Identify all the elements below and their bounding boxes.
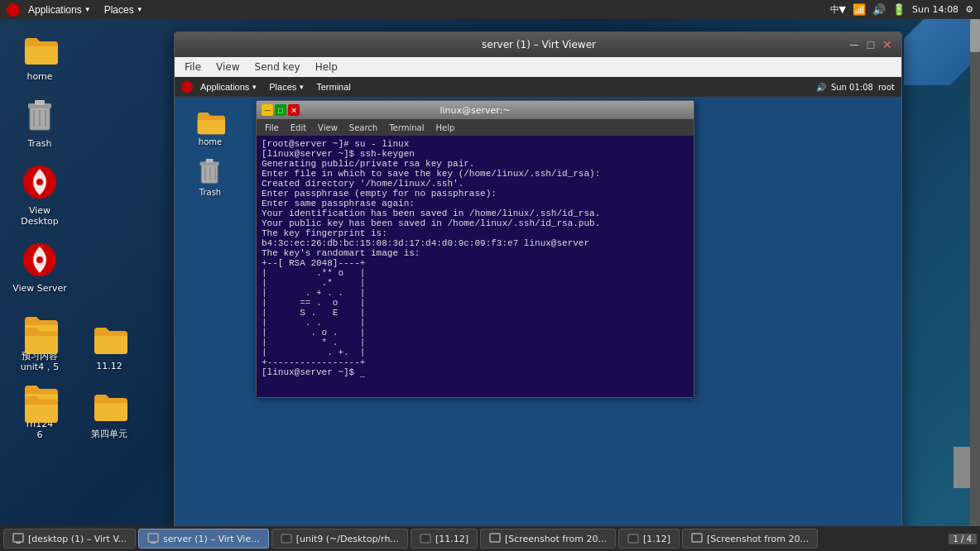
vm-top-left: Applications ▼ Places ▼ Terminal bbox=[181, 81, 355, 93]
desktop-icon-view-server[interactable]: View Server bbox=[7, 237, 73, 297]
vm-terminal-label: Terminal bbox=[316, 82, 351, 92]
vm-home-label: home bbox=[199, 137, 222, 146]
places-label: Places bbox=[104, 4, 134, 16]
home-folder-icon bbox=[20, 28, 60, 68]
terminal-minimize-button[interactable]: ─ bbox=[262, 104, 273, 116]
taskbar-desktop1[interactable]: [desktop (1) – Virt V... bbox=[3, 529, 136, 549]
terminal-menu-help[interactable]: Help bbox=[430, 122, 459, 133]
clock: Sun 14:08 bbox=[912, 4, 958, 15]
taskbar-unit9[interactable]: [unit9 (~/Desktop/rh... bbox=[271, 529, 408, 549]
trash-label: Trash bbox=[27, 138, 51, 149]
battery-icon: 🔋 bbox=[892, 3, 906, 16]
scroll-thumb[interactable] bbox=[970, 19, 980, 52]
taskbar-screenshot2-icon bbox=[691, 533, 703, 544]
applications-label: Applications bbox=[28, 4, 82, 16]
terminal-menu-bar: File Edit View Search Terminal Help bbox=[257, 119, 694, 136]
applications-menu[interactable]: Applications ▼ bbox=[23, 2, 96, 17]
terminal-close-button[interactable]: ✕ bbox=[288, 104, 300, 116]
vm-places-label: Places bbox=[269, 82, 296, 92]
virt-maximize-button[interactable]: □ bbox=[863, 37, 878, 52]
fourth-unit-folder-icon bbox=[89, 385, 129, 424]
right-edge bbox=[954, 447, 970, 488]
terminal-menu-search[interactable]: Search bbox=[344, 122, 382, 133]
unit4-5-folder-icon bbox=[20, 318, 60, 357]
virt-menu-help[interactable]: Help bbox=[309, 60, 344, 74]
applications-chevron-icon: ▼ bbox=[84, 6, 91, 13]
taskbar-11-12-label: [11.12] bbox=[435, 534, 468, 544]
svg-rect-24 bbox=[692, 534, 702, 542]
desktop: Applications ▼ Places ▼ 中▼ 📶 🔊 🔋 Sun 14:… bbox=[0, 0, 980, 551]
svg-rect-20 bbox=[281, 534, 291, 543]
virt-minimize-button[interactable]: ─ bbox=[847, 37, 862, 52]
taskbar-screenshot1-icon bbox=[489, 533, 501, 544]
6-folder-icon bbox=[20, 386, 60, 426]
taskbar-unit9-label: [unit9 (~/Desktop/rh... bbox=[296, 534, 399, 544]
svg-rect-23 bbox=[628, 534, 638, 543]
vm-places-menu[interactable]: Places ▼ bbox=[265, 81, 309, 93]
svg-rect-21 bbox=[420, 534, 430, 543]
vm-applications-label: Applications bbox=[200, 82, 249, 92]
terminal-maximize-button[interactable]: □ bbox=[275, 104, 286, 116]
taskbar-page-indicator: 1 / 4 bbox=[949, 534, 977, 544]
6-label: 6 bbox=[37, 429, 43, 440]
taskbar-screenshot2[interactable]: [Screenshot from 20... bbox=[682, 529, 818, 549]
user-settings-icon[interactable]: ⚙ bbox=[965, 4, 973, 15]
taskbar-1-12[interactable]: [1.12] bbox=[618, 529, 680, 549]
svg-rect-22 bbox=[490, 534, 500, 542]
vm-trash-label: Trash bbox=[199, 188, 221, 197]
taskbar-1-12-label: [1.12] bbox=[643, 534, 670, 544]
terminal-title-bar: ─ □ ✕ linux@server:~ bbox=[257, 101, 694, 119]
taskbar-11-12-icon bbox=[420, 533, 431, 544]
taskbar-11-12[interactable]: [11.12] bbox=[411, 529, 478, 549]
places-menu[interactable]: Places ▼ bbox=[99, 2, 148, 17]
vm-terminal-menu[interactable]: Terminal bbox=[312, 81, 355, 93]
taskbar-server1-label: server (1) – Virt Vie... bbox=[163, 534, 260, 544]
volume-icon: 🔊 bbox=[872, 3, 886, 16]
vm-icon-home[interactable]: home bbox=[181, 103, 239, 149]
vm-volume-icon: 🔊 bbox=[816, 83, 826, 92]
ime-indicator[interactable]: 中▼ bbox=[830, 3, 846, 16]
terminal-body[interactable]: [root@server ~]# su - linux [linux@serve… bbox=[257, 136, 694, 397]
taskbar-desktop1-icon bbox=[12, 533, 24, 544]
svg-rect-17 bbox=[16, 542, 21, 544]
virt-menu-sendkey[interactable]: Send key bbox=[248, 60, 307, 74]
taskbar-screenshot1-label: [Screenshot from 20... bbox=[505, 534, 607, 544]
virt-menu-file[interactable]: File bbox=[178, 60, 208, 74]
desktop-icon-view-desktop[interactable]: View Desktop bbox=[7, 159, 73, 230]
desktop-icon-unit4-5[interactable]: unit4，5 bbox=[7, 314, 73, 376]
vm-applications-chevron: ▼ bbox=[251, 84, 257, 91]
svg-point-7 bbox=[36, 179, 43, 185]
svg-rect-18 bbox=[148, 534, 158, 542]
desktop-icon-6[interactable]: 6 bbox=[7, 383, 73, 443]
view-server-label: View Server bbox=[12, 283, 67, 294]
vm-desktop: Applications ▼ Places ▼ Terminal 🔊 Sun 0… bbox=[175, 77, 901, 544]
desktop-icon-trash[interactable]: Trash bbox=[7, 92, 73, 152]
terminal-menu-file[interactable]: File bbox=[260, 122, 284, 133]
desktop-icon-home[interactable]: home bbox=[7, 25, 73, 85]
top-bar: Applications ▼ Places ▼ 中▼ 📶 🔊 🔋 Sun 14:… bbox=[0, 0, 980, 19]
vm-places-chevron: ▼ bbox=[298, 84, 305, 91]
taskbar-right: 1 / 4 bbox=[949, 534, 977, 544]
home-folder-label: home bbox=[26, 71, 52, 82]
fourth-unit-label: 第四单元 bbox=[91, 428, 127, 440]
vm-icon-trash[interactable]: Trash bbox=[181, 154, 239, 199]
desktop-icon-11-12[interactable]: 11.12 bbox=[76, 314, 142, 375]
virt-menu-view[interactable]: View bbox=[209, 60, 246, 74]
taskbar-server1[interactable]: server (1) – Virt Vie... bbox=[138, 529, 269, 549]
terminal-menu-edit[interactable]: Edit bbox=[286, 122, 311, 133]
taskbar-screenshot1[interactable]: [Screenshot from 20... bbox=[480, 529, 616, 549]
virt-close-button[interactable]: ✕ bbox=[880, 37, 895, 52]
virt-viewer-menu-bar: File View Send key Help bbox=[175, 57, 901, 77]
virt-viewer-title-bar: server (1) – Virt Viewer ─ □ ✕ bbox=[175, 32, 901, 57]
svg-rect-2 bbox=[35, 100, 45, 105]
desktop-icon-fourth-unit[interactable]: 第四单元 bbox=[76, 381, 142, 443]
terminal-menu-terminal[interactable]: Terminal bbox=[384, 122, 429, 133]
desktop-icons-col2: unit4，5 6 bbox=[7, 314, 73, 443]
terminal-window-controls: ─ □ ✕ bbox=[262, 104, 300, 116]
right-scroll[interactable] bbox=[970, 19, 980, 526]
vm-applications-menu[interactable]: Applications ▼ bbox=[196, 81, 262, 93]
terminal-menu-view[interactable]: View bbox=[313, 122, 343, 133]
top-bar-left: Applications ▼ Places ▼ bbox=[7, 2, 148, 17]
places-chevron-icon: ▼ bbox=[137, 6, 143, 13]
view-server-icon bbox=[20, 240, 60, 280]
